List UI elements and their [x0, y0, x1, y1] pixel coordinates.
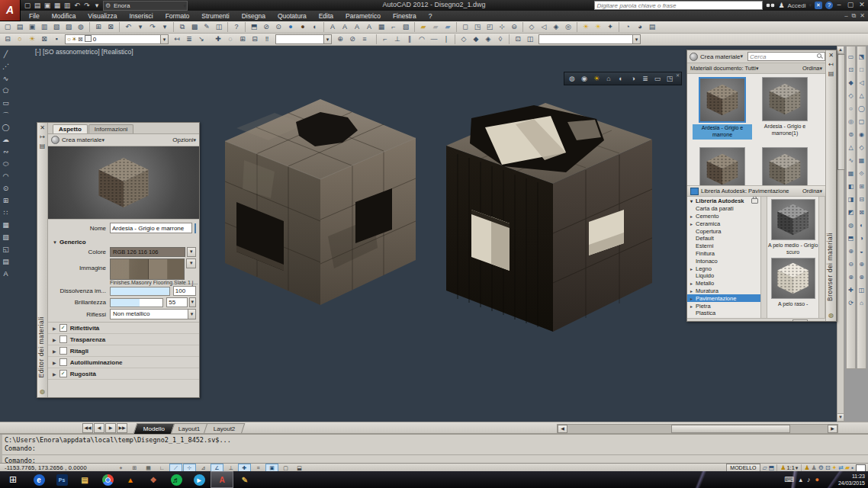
status-icon[interactable]: ⊡: [825, 464, 831, 471]
toolbar-icon[interactable]: △: [857, 89, 866, 102]
options-button[interactable]: Opzioni: [172, 136, 193, 143]
toolbar-icon[interactable]: ▤: [0, 256, 11, 268]
menu-item[interactable]: Finestra: [387, 11, 423, 21]
library-tree-item[interactable]: Legno: [687, 265, 760, 272]
toolbar-icon[interactable]: ▦: [0, 220, 11, 231]
toolbar-icon[interactable]: ◳: [664, 73, 676, 84]
toolbar-icon[interactable]: ◇: [526, 21, 538, 33]
toolbar-icon[interactable]: ▭: [651, 73, 664, 84]
chevron-down-icon[interactable]: [819, 65, 822, 72]
toolbar-icon[interactable]: ∿: [0, 73, 11, 85]
toolbar-icon[interactable]: ⧉: [176, 21, 188, 33]
layout-tab[interactable]: Layout2: [204, 423, 246, 434]
taskbar-app[interactable]: ▸: [188, 471, 211, 488]
layer-combo[interactable]: ○☀⊠0: [65, 34, 169, 44]
toolbar-icon[interactable]: ◐: [857, 219, 866, 232]
binoculars-icon[interactable]: [766, 2, 775, 8]
toolbar-icon[interactable]: ▧: [50, 21, 63, 33]
toolbar-icon[interactable]: ⊞: [236, 34, 249, 45]
material-property-section[interactable]: Autoilluminazione: [48, 357, 199, 368]
toolbar-icon[interactable]: ⌂: [603, 73, 615, 84]
fade-slider[interactable]: [110, 287, 170, 296]
library-tree-item[interactable]: Pavimentazione: [687, 294, 760, 302]
material-name-input[interactable]: [110, 223, 192, 233]
chevron-down-icon[interactable]: [809, 2, 812, 9]
toolbar-icon[interactable]: ◈: [482, 34, 494, 45]
toolbar-icon[interactable]: ○: [846, 102, 856, 115]
menu-item[interactable]: Edita: [313, 11, 339, 21]
toolbar-icon[interactable]: ⊘: [346, 34, 358, 45]
library-tree-item[interactable]: Copertura: [687, 227, 760, 235]
swatch-shape-icon[interactable]: [194, 223, 196, 233]
toolbar-icon[interactable]: A: [339, 21, 351, 33]
toolbar-icon[interactable]: ☀: [580, 21, 592, 33]
toolbar-icon[interactable]: ◇: [846, 89, 856, 102]
toolbar-icon[interactable]: ⬔: [857, 50, 866, 63]
toolbar-icon[interactable]: ◐: [615, 73, 627, 84]
toolbar-icon[interactable]: ⊡: [512, 34, 524, 45]
viewport-controls-label[interactable]: [-] [SO assonometrico] [Realistico]: [35, 48, 133, 56]
material-property-section[interactable]: Rugosità: [48, 368, 199, 380]
doc-minimize-button[interactable]: –: [844, 11, 847, 21]
toolbar-icon[interactable]: ⊠: [38, 34, 50, 45]
start-button[interactable]: ⊞: [3, 473, 23, 486]
toolbar-icon[interactable]: ◫: [857, 284, 866, 297]
menu-item[interactable]: Parametrico: [339, 11, 387, 21]
taskbar-clock[interactable]: 11:23 24/03/2015: [838, 473, 865, 486]
toolbar-icon[interactable]: ◩: [846, 206, 856, 219]
toolbar-icon[interactable]: ⊠: [857, 206, 866, 219]
library-material-thumbnail[interactable]: A pelo medio - Grigio scuro: [768, 199, 818, 255]
toolbar-icon[interactable]: ◯: [857, 102, 866, 115]
toolbar-icon[interactable]: ◉: [578, 73, 590, 84]
help-icon[interactable]: ?: [825, 2, 833, 9]
toolbar-icon[interactable]: ▣: [26, 21, 38, 33]
status-icon[interactable]: ♟: [812, 464, 817, 471]
minimize-button[interactable]: –: [834, 0, 844, 10]
toolbar-icon[interactable]: ◫: [524, 34, 536, 45]
toolbar-icon[interactable]: ◁: [857, 76, 866, 89]
status-icon[interactable]: ▪: [851, 464, 854, 471]
toolbar-icon[interactable]: ◑: [857, 232, 866, 245]
toolbar-icon[interactable]: ▦: [857, 154, 866, 167]
toolbar-icon[interactable]: ☀: [590, 73, 603, 84]
annotation-scale-combo[interactable]: [538, 34, 641, 44]
chevron-down-icon[interactable]: [756, 65, 759, 72]
fade-value[interactable]: 100: [173, 286, 196, 296]
toolbar-icon[interactable]: ⊞: [0, 195, 11, 207]
document-materials-filter[interactable]: Materiali documento: Tutti: [690, 65, 756, 72]
toolbar-icon[interactable]: ◠: [416, 34, 428, 45]
taskbar-app[interactable]: ❖: [142, 471, 165, 488]
toolbar-icon[interactable]: ⊕: [334, 34, 346, 45]
toolbar-icon[interactable]: ▤: [646, 21, 658, 33]
menu-item[interactable]: File: [23, 11, 46, 21]
toolbar-icon[interactable]: ⊘: [260, 21, 272, 33]
toolbar-icon[interactable]: ?: [230, 21, 243, 33]
material-thumbnail[interactable]: Ardesia - Grigio e marrone(1): [754, 77, 816, 147]
toolbar-icon[interactable]: ≡: [358, 34, 371, 45]
toolbar-icon[interactable]: ▨: [63, 21, 75, 33]
autocad-menu-button[interactable]: A: [0, 0, 21, 21]
toolbar-icon[interactable]: ☀: [26, 34, 38, 45]
toolbar-icon[interactable]: ⬭: [0, 159, 11, 170]
toolbar-icon[interactable]: ◆: [470, 34, 482, 45]
toolbar-icon[interactable]: ▩: [188, 21, 201, 33]
toolbar-icon[interactable]: ▦: [846, 167, 856, 180]
toolbar-icon[interactable]: ▾: [134, 21, 146, 33]
toolbar-icon[interactable]: ∷: [0, 207, 11, 219]
chevron-down-icon[interactable]: [189, 297, 197, 307]
menu-item[interactable]: Disegna: [236, 11, 272, 21]
chevron-down-icon[interactable]: [187, 247, 196, 257]
highlights-dropdown[interactable]: Non metallico: [110, 309, 196, 319]
toolbar-icon[interactable]: ⌒: [0, 110, 11, 121]
chevron-down-icon[interactable]: [740, 53, 743, 60]
toolbar-icon[interactable]: ≣: [183, 34, 195, 45]
sort-button[interactable]: Ordina: [802, 65, 820, 72]
material-thumbnail[interactable]: [691, 147, 754, 186]
taskbar-app[interactable]: A: [211, 471, 233, 488]
first-tab-button[interactable]: ◀◀: [82, 423, 93, 433]
material-search-input[interactable]: [747, 52, 825, 61]
chevron-down-icon[interactable]: [186, 258, 196, 268]
toolbar-icon[interactable]: ▧: [0, 232, 11, 243]
section-checkbox[interactable]: [59, 324, 67, 332]
toolbar-icon[interactable]: ⊟: [857, 193, 866, 206]
